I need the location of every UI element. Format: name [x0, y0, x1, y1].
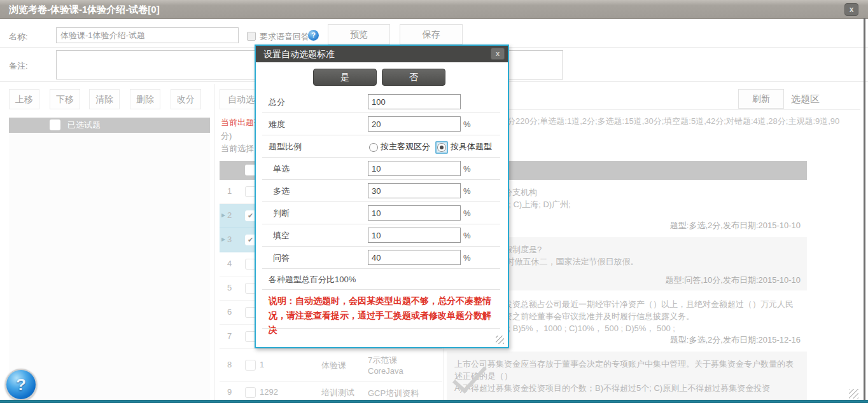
radio-selected-icon	[437, 143, 446, 152]
dialog-fields: 总分难度%题型比例按主客观区分按具体题型单选%多选%判断%填空%问答%	[256, 91, 508, 269]
select-all-checkbox[interactable]	[50, 120, 60, 130]
radio-button[interactable]	[369, 143, 378, 152]
total-percent-row: 各种题型总百分比100%	[256, 269, 508, 290]
field-input[interactable]	[368, 250, 461, 265]
preview-button[interactable]: 预览	[328, 24, 390, 44]
voice-answer-checkbox[interactable]	[247, 32, 256, 41]
row-number: 4	[227, 259, 232, 268]
exam-name-input[interactable]	[56, 27, 239, 43]
field-input[interactable]	[368, 116, 461, 132]
pool-row-8[interactable]: 81体验课7示范课CoreJava	[220, 349, 442, 382]
move-down-button[interactable]: 下移	[50, 89, 80, 109]
remark-label: 备注:	[9, 60, 28, 72]
percent-suffix: %	[463, 224, 471, 247]
browse-exam-window: 浏览考卷-体验课-1体验介绍-试卷[0] x 名称: 要求语音回答 ? 预览 保…	[0, 0, 868, 403]
radio-label: 按具体题型	[451, 142, 492, 151]
row-id: 1	[260, 360, 264, 369]
total-percent-text: 各种题型总百分比100%	[269, 269, 356, 290]
delete-button[interactable]: 删除	[130, 89, 160, 109]
current-selection-text: 当前选择 0	[221, 143, 255, 154]
close-icon: x	[496, 50, 500, 57]
row-number: 3	[227, 235, 232, 244]
field-label: 单选	[273, 158, 290, 180]
radio-button[interactable]	[435, 141, 448, 154]
field-label: 题型比例	[269, 135, 302, 158]
dialog-titlebar: 设置自动选题标准 x	[256, 46, 508, 62]
field-label: 多选	[273, 180, 290, 202]
row-number: 8	[227, 360, 232, 369]
vertical-scrollbar[interactable]	[864, 18, 865, 400]
type-ratio-row: 题型比例按主客观区分按具体题型	[256, 135, 508, 158]
percent-suffix: %	[463, 158, 471, 180]
question-item[interactable]: 上市公司募集资金应当存放于董事会决定的专项账户中集中管理。关于募集资金专户数量的…	[447, 352, 807, 403]
question-meta: 题型:多选,2分,发布日期:2015-12-16	[670, 334, 801, 346]
bottom-edge-bar	[0, 400, 868, 403]
dialog-button-row: 是 否	[256, 62, 508, 91]
percent-suffix: %	[463, 202, 471, 224]
panel-resize-handle[interactable]	[849, 389, 858, 399]
question-line: 上市公司募集资金应当存放于董事会决定的专项账户中集中管理。关于募集资金专户数量的…	[454, 358, 799, 382]
dialog-resize-handle[interactable]	[496, 336, 504, 344]
row-number: 5	[227, 283, 232, 292]
dialog-title: 设置自动选题标准	[263, 49, 335, 59]
field-label: 总分	[269, 91, 285, 113]
no-button[interactable]: 否	[382, 69, 445, 86]
question-line: A)不得超过募集资金投资项目的个数；B)不得超过5个; C)原则上不得超过募集资…	[454, 382, 799, 394]
refresh-button[interactable]: 刷新	[738, 89, 784, 109]
field-row: 单选%	[256, 158, 508, 180]
field-input[interactable]	[368, 161, 461, 176]
field-row: 判断%	[256, 202, 508, 224]
save-button[interactable]: 保存	[400, 24, 463, 44]
field-input[interactable]	[368, 183, 461, 198]
move-up-button[interactable]: 上移	[9, 89, 39, 109]
auto-select-settings-dialog: 设置自动选题标准 x 是 否 总分难度%题型比例按主客观区分按具体题型单选%多选…	[255, 44, 509, 348]
window-titlebar: 浏览考卷-体验课-1体验介绍-试卷[0]	[0, 0, 868, 19]
row-expand-icon: ▶	[221, 212, 225, 218]
field-input[interactable]	[368, 94, 461, 109]
field-label: 判断	[273, 202, 290, 224]
voice-help-icon[interactable]: ?	[308, 30, 319, 41]
clear-button[interactable]: 清除	[89, 89, 120, 109]
question-meta: 题型:问答,10分,发布日期:2015-10-10	[666, 274, 801, 286]
paper-stats-text: 分220分;单选题:1道,2分;多选题:15道,30分;填空题:5道,42分;对…	[507, 116, 854, 127]
field-label: 难度	[269, 113, 285, 135]
change-score-button[interactable]: 改分	[171, 89, 201, 109]
percent-suffix: %	[463, 247, 471, 269]
row-checkbox[interactable]	[245, 360, 256, 371]
row-number: 1	[227, 186, 232, 196]
field-row: 问答%	[256, 247, 508, 269]
field-label: 问答	[273, 247, 290, 269]
row-number: 9	[227, 387, 232, 397]
field-input[interactable]	[368, 228, 461, 243]
warning-text: 说明：自动选题时，会因某类型出题不够，总分不凑整情况，请注意查看提示，通过手工换…	[269, 294, 496, 338]
radio-label: 按主客观区分	[381, 142, 430, 151]
selected-questions-title: 已选试题	[67, 118, 101, 133]
window-close-button[interactable]: x	[844, 3, 858, 16]
row-checkbox[interactable]	[245, 387, 256, 398]
row-number: 2	[227, 210, 232, 220]
field-row: 填空%	[256, 224, 508, 247]
warning-row: 说明：自动选题时，会因某类型出题不够，总分不凑整情况，请注意查看提示，通过手工换…	[256, 290, 508, 329]
percent-suffix: %	[463, 113, 471, 135]
row-course: 培训测试	[321, 387, 354, 399]
yes-button[interactable]: 是	[313, 69, 377, 86]
type-ratio-options: 按主客观区分按具体题型	[369, 135, 497, 158]
window-title: 浏览考卷-体验课-1体验介绍-试卷[0]	[9, 0, 160, 19]
field-input[interactable]	[368, 205, 461, 221]
divider	[214, 84, 215, 403]
question-meta: 题型:多选,2分,发布日期:2015-10-10	[670, 219, 801, 231]
range-text-tail: 分)	[221, 130, 232, 142]
dialog-close-button[interactable]: x	[491, 48, 505, 60]
row-material: GCP培训资料	[368, 387, 419, 398]
row-id: 1292	[260, 387, 278, 397]
help-icon[interactable]: ?	[5, 369, 37, 400]
field-row: 多选%	[256, 180, 508, 202]
close-icon: x	[850, 5, 854, 14]
row-course: 体验课	[321, 360, 346, 371]
row-material: 7示范课CoreJava	[368, 355, 403, 376]
field-row: 难度%	[256, 113, 508, 135]
voice-answer-label: 要求语音回答	[260, 31, 309, 43]
selected-questions-header: 已选试题	[9, 118, 210, 133]
row-number: 7	[227, 331, 232, 341]
selection-area-label: 选题区	[791, 93, 820, 106]
